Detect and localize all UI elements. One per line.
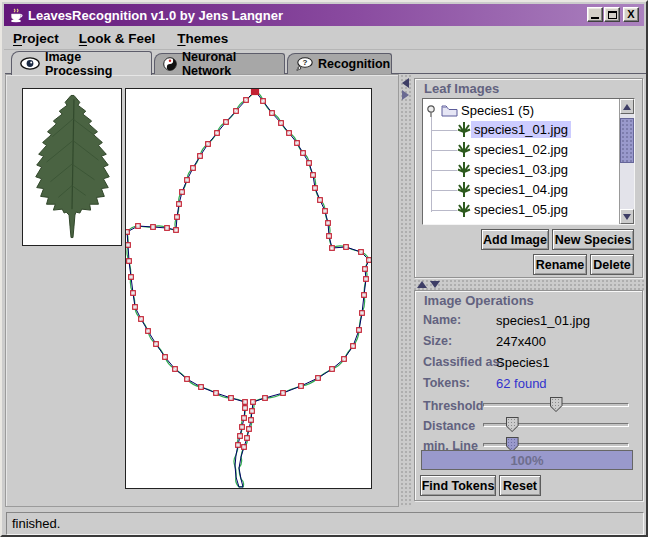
token-marker xyxy=(311,173,316,178)
progress-label: 100% xyxy=(422,451,632,469)
token-marker xyxy=(185,178,190,183)
token-marker xyxy=(242,445,247,450)
tree-root-row[interactable]: Species1 (5) xyxy=(425,101,537,120)
tree-item[interactable]: species1_05.jpg xyxy=(457,200,571,219)
name-value: species1_01.jpg xyxy=(496,313,590,328)
token-marker xyxy=(281,391,286,396)
token-marker xyxy=(238,434,243,439)
tree-item-label[interactable]: species1_01.jpg xyxy=(471,121,571,138)
token-marker xyxy=(133,305,138,310)
tree-item-label[interactable]: species1_03.jpg xyxy=(471,161,571,178)
tree-handle-icon[interactable] xyxy=(425,103,437,119)
tab-label: Neuronal Network xyxy=(182,50,276,78)
threshold-slider-thumb[interactable] xyxy=(550,397,563,412)
tab-neuronal-network[interactable]: Neuronal Network xyxy=(154,53,285,74)
token-marker xyxy=(323,209,328,214)
token-marker xyxy=(177,202,182,207)
scroll-down-button[interactable] xyxy=(620,209,634,224)
tab-recognition[interactable]: ? Recognition xyxy=(287,53,392,74)
tree-item-label[interactable]: species1_04.jpg xyxy=(471,181,571,198)
image-operations-group: Image Operations Name: species1_01.jpg S… xyxy=(414,290,643,501)
status-bar: finished. xyxy=(6,512,644,535)
token-marker xyxy=(236,443,241,448)
scroll-up-button[interactable] xyxy=(620,99,634,114)
tab-strip: Image Processing Neuronal Network ? Reco… xyxy=(4,50,644,74)
token-marker xyxy=(362,293,367,298)
token-marker xyxy=(131,291,136,296)
add-image-button[interactable]: Add Image xyxy=(481,229,549,250)
distance-label: Distance xyxy=(423,419,475,433)
token-marker xyxy=(129,275,134,280)
tree-item[interactable]: species1_04.jpg xyxy=(457,180,571,199)
token-marker xyxy=(249,418,254,423)
token-marker xyxy=(250,409,255,414)
classified-value: Species1 xyxy=(496,355,549,370)
tree-item[interactable]: species1_01.jpg xyxy=(457,120,571,139)
reset-button[interactable]: Reset xyxy=(499,475,541,496)
minimize-button[interactable] xyxy=(587,7,603,22)
title-bar[interactable]: LeavesRecognition v1.0 by Jens Langner X xyxy=(4,4,644,26)
menu-themes[interactable]: Themes xyxy=(171,29,234,48)
token-marker xyxy=(214,391,219,396)
collapse-up-icon[interactable] xyxy=(417,281,427,288)
distance-slider-thumb[interactable] xyxy=(506,417,519,432)
collapse-left-icon[interactable] xyxy=(402,78,409,88)
tree-item-label[interactable]: species1_02.jpg xyxy=(471,141,571,158)
leaf-photo xyxy=(23,89,121,245)
tree-item-label[interactable]: species1_05.jpg xyxy=(471,201,571,218)
token-marker xyxy=(270,111,275,116)
tab-image-processing[interactable]: Image Processing xyxy=(11,51,152,75)
eye-icon xyxy=(20,57,40,70)
delete-button[interactable]: Delete xyxy=(590,254,634,275)
token-marker xyxy=(146,329,151,334)
token-marker xyxy=(136,224,141,229)
leaf-thumbnail xyxy=(22,88,122,246)
token-marker xyxy=(191,166,196,171)
leaf-images-tree: Species1 (5) species1_01.jpg species1_02… xyxy=(422,98,635,225)
tree-item[interactable]: species1_03.jpg xyxy=(457,160,571,179)
token-marker xyxy=(359,250,364,255)
token-marker xyxy=(318,198,323,203)
token-marker xyxy=(279,121,284,126)
arrow-down-icon xyxy=(623,214,631,220)
tree-scrollbar[interactable] xyxy=(619,99,634,224)
close-button[interactable]: X xyxy=(623,7,639,22)
tokens-label: Tokens: xyxy=(423,376,470,390)
token-marker xyxy=(263,396,268,401)
start-token-marker xyxy=(252,89,259,95)
token-marker xyxy=(126,243,130,248)
token-marker xyxy=(299,384,304,389)
token-marker xyxy=(367,258,371,263)
horizontal-split-divider[interactable] xyxy=(413,279,647,290)
vertical-split-divider[interactable] xyxy=(400,74,412,507)
size-value: 247x400 xyxy=(496,334,546,349)
svg-text:?: ? xyxy=(303,58,308,67)
token-marker xyxy=(185,377,190,382)
maximize-button[interactable] xyxy=(604,7,620,22)
token-marker xyxy=(301,151,306,156)
tree-root-label[interactable]: Species1 (5) xyxy=(458,102,537,119)
token-marker xyxy=(363,267,368,272)
token-marker xyxy=(251,400,256,405)
find-tokens-button[interactable]: Find Tokens xyxy=(420,475,496,496)
scrollbar-thumb[interactable] xyxy=(620,118,634,163)
token-marker xyxy=(327,234,332,239)
minimize-icon xyxy=(591,17,599,19)
classified-label: Classified as: xyxy=(423,355,504,369)
window-title: LeavesRecognition v1.0 by Jens Langner xyxy=(28,8,283,23)
status-text: finished. xyxy=(12,516,60,531)
arrow-up-icon xyxy=(623,104,631,110)
tree-item[interactable]: species1_02.jpg xyxy=(457,140,571,159)
java-cup-icon xyxy=(8,7,24,23)
menu-look-and-feel[interactable]: Look & Feel xyxy=(73,29,162,48)
token-marker xyxy=(154,342,159,347)
expand-down-icon[interactable] xyxy=(430,281,440,288)
token-marker xyxy=(243,400,248,405)
new-species-button[interactable]: New Species xyxy=(552,229,634,250)
menu-project[interactable]: Project xyxy=(7,29,65,48)
rename-button[interactable]: Rename xyxy=(533,254,587,275)
leaf-images-title: Leaf Images xyxy=(424,81,499,96)
leaf-images-group: Leaf Images Species1 (5) xyxy=(414,78,643,278)
tree-line xyxy=(431,117,432,212)
expand-right-icon[interactable] xyxy=(402,90,409,100)
